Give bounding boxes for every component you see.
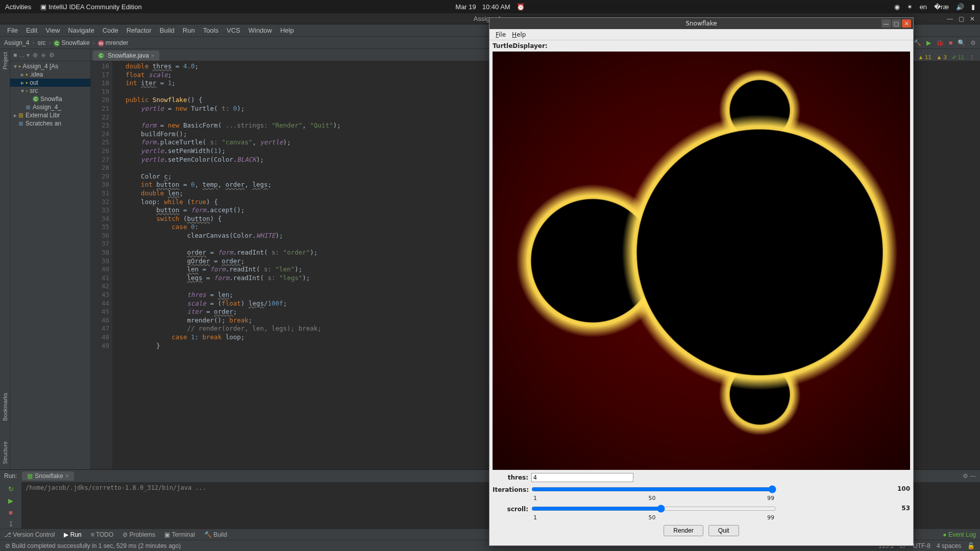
bookmarks-tool-tab[interactable]: Bookmarks [2, 393, 8, 421]
breadcrumb[interactable]: Assign_4 [4, 39, 29, 46]
breadcrumb[interactable]: mmrender [98, 39, 129, 46]
discord-tray-icon[interactable]: ◉ [894, 3, 900, 11]
run-stop-icon[interactable]: ■ [9, 509, 13, 516]
fold-gutter[interactable] [112, 61, 119, 469]
structure-tool-tab[interactable]: Structure [2, 441, 8, 464]
menu-refactor[interactable]: Refactor [122, 27, 156, 34]
snowflake-app-window: Snowflake — ▢ ✕ FFileile Help TurtleDisp… [489, 17, 914, 546]
menu-build[interactable]: Build [156, 27, 179, 34]
quit-button[interactable]: Quit [708, 525, 739, 536]
minimize-button[interactable]: — [945, 14, 954, 23]
problems-tab[interactable]: ⊘ Problems [122, 531, 155, 538]
search-everywhere-icon[interactable]: 🔍 [958, 39, 965, 46]
swing-close-button[interactable]: ✕ [902, 19, 911, 28]
run-label: Run: [4, 472, 17, 480]
swing-maximize-button[interactable]: ▢ [892, 19, 901, 28]
activities-button[interactable]: Activities [5, 3, 31, 11]
todo-tab[interactable]: ≡ TODO [91, 531, 114, 538]
menu-view[interactable]: View [41, 27, 64, 34]
menu-file[interactable]: File [3, 27, 22, 34]
menu-code[interactable]: Code [99, 27, 122, 34]
volume-icon[interactable]: 🔊 [956, 3, 964, 11]
terminal-tab[interactable]: ▣ Terminal [164, 531, 194, 538]
warnings-indicator[interactable]: ▲ 11 [918, 54, 931, 61]
swing-menu-bar: FFileile Help [489, 29, 913, 40]
swing-minimize-button[interactable]: — [881, 19, 891, 28]
fractal-canvas [493, 52, 910, 470]
system-top-bar: Activities ▣ IntelliJ IDEA Community Edi… [0, 0, 980, 13]
menu-edit[interactable]: Edit [22, 27, 41, 34]
turtle-displayer-label: TurtleDisplayer: [493, 42, 910, 49]
run-icon[interactable]: ▶ [926, 39, 931, 46]
keyboard-layout-indicator[interactable]: en [920, 3, 927, 11]
close-tab-icon[interactable]: × [151, 53, 154, 59]
event-log-tab[interactable]: ● Event Log [943, 531, 976, 538]
build-tab[interactable]: 🔨 Build [204, 531, 227, 538]
editor-more-icon[interactable]: ⋮ [969, 54, 975, 61]
run-settings-icon[interactable]: ⚙ — [963, 472, 976, 480]
iterations-value: 100 [890, 485, 910, 492]
scroll-value: 53 [890, 505, 910, 512]
settings-icon[interactable]: ⚙ [970, 39, 976, 46]
line-gutter: 1617181920212223242526272829303132333435… [91, 61, 112, 469]
stop-icon[interactable]: ■ [949, 39, 952, 46]
notifications-icon[interactable]: ⏰ [517, 3, 525, 11]
tree-locate-icon[interactable]: ⊕ [33, 52, 38, 59]
file-encoding[interactable]: UTF-8 [913, 542, 930, 549]
run-tab[interactable]: ▶ Run [64, 531, 81, 538]
menu-tools[interactable]: Tools [199, 27, 223, 34]
status-message: ⊘ Build completed successfully in 1 sec,… [5, 542, 181, 549]
scroll-label: scroll: [493, 506, 528, 513]
project-dropdown[interactable]: ■ … ▾ [13, 52, 30, 59]
tree-node[interactable]: ▾▪src [10, 87, 90, 95]
clock-time: 10:40 AM [482, 3, 510, 11]
build-icon[interactable]: 🔨 [914, 39, 921, 46]
read-lock-icon[interactable]: 🔓 [967, 542, 975, 549]
menu-help[interactable]: Help [276, 27, 298, 34]
tree-settings-icon[interactable]: ⚙ [49, 52, 55, 59]
scroll-slider[interactable] [531, 505, 776, 513]
toolbar-right: 🔨 ▶ 🐞 ■ 🔍 ⚙ [914, 39, 976, 46]
iterations-label: Iterations: [493, 486, 528, 493]
swing-menu-file[interactable]: FFileile [493, 31, 509, 38]
run-play-icon[interactable]: ▶ [8, 497, 13, 505]
swing-menu-help[interactable]: Help [509, 31, 529, 38]
render-button[interactable]: Render [664, 525, 703, 536]
menu-window[interactable]: Window [244, 27, 276, 34]
project-tree: ■ … ▾ ⊕ ≑ ⚙ ▾▪Assign_4 [As▸▪.idea▸▪out▾▪… [10, 49, 91, 469]
indent-settings[interactable]: 4 spaces [937, 542, 961, 549]
maximize-button[interactable]: ▢ [957, 14, 966, 23]
menu-vcs[interactable]: VCS [223, 27, 244, 34]
menu-navigate[interactable]: Navigate [64, 27, 98, 34]
hints-indicator[interactable]: ▲ 3 [937, 54, 947, 61]
wifi-icon[interactable]: �ræ [934, 3, 949, 11]
close-button[interactable]: ✕ [968, 14, 977, 23]
iterations-slider[interactable] [531, 485, 776, 493]
tree-node[interactable]: ▸⊞External Libr [10, 111, 90, 119]
tree-node[interactable]: ≣Scratches an [10, 119, 90, 128]
tree-collapse-icon[interactable]: ≑ [41, 52, 46, 59]
menu-run[interactable]: Run [179, 27, 199, 34]
swing-title-bar: Snowflake — ▢ ✕ [489, 18, 913, 29]
tree-node[interactable]: ≣Assign_4_ [10, 103, 90, 111]
run-down-icon[interactable]: ↧ [8, 520, 14, 528]
breadcrumb[interactable]: CSnowflake [54, 39, 89, 46]
tree-node[interactable]: ▸▪.idea [10, 70, 90, 79]
battery-icon[interactable]: ▮ [971, 3, 975, 11]
tree-node[interactable]: ▸▪out [10, 79, 90, 87]
tree-node[interactable]: ▾▪Assign_4 [As [10, 62, 90, 70]
project-tool-tab[interactable]: Project [2, 52, 8, 69]
editor-tab[interactable]: CSnowflake.java× [93, 51, 159, 61]
left-tool-tabs: Project Bookmarks Structure [0, 49, 10, 469]
tree-node[interactable]: CSnowfla [10, 95, 90, 103]
breadcrumb[interactable]: src [37, 39, 45, 46]
thres-input[interactable] [531, 473, 633, 482]
run-config-tab[interactable]: ▦Snowflake× [22, 471, 74, 481]
taskbar-app[interactable]: ▣ IntelliJ IDEA Community Edition [40, 3, 141, 11]
rerun-icon[interactable]: ↻ [8, 485, 14, 493]
clock-date: Mar 19 [455, 3, 476, 11]
vcs-tab[interactable]: ⎇ Version Control [4, 531, 55, 538]
accessibility-icon[interactable]: ✶ [907, 3, 913, 11]
debug-icon[interactable]: 🐞 [936, 39, 944, 46]
typos-indicator[interactable]: ✔ 11 [952, 54, 964, 61]
